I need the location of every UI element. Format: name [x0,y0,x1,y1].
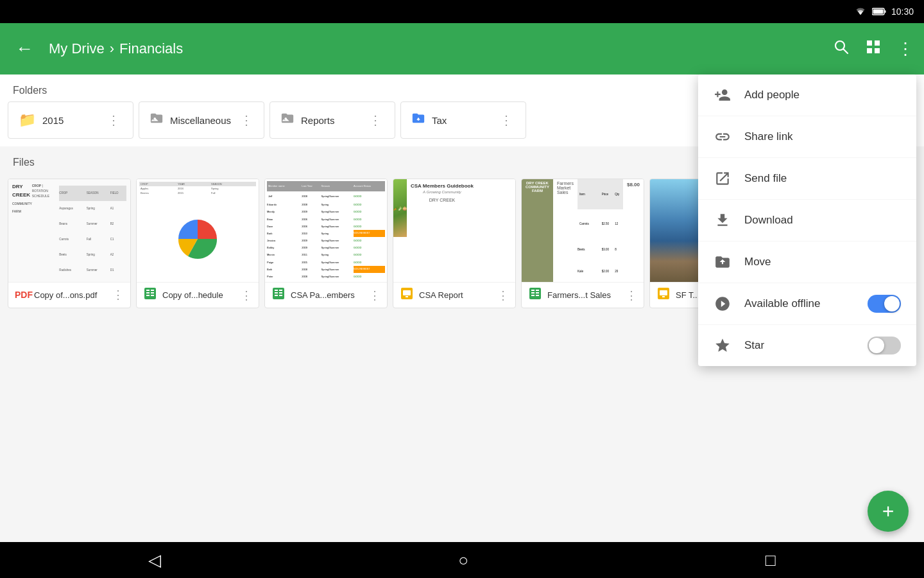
breadcrumb: My Drive › Financials [49,40,823,57]
svg-rect-20 [275,290,278,291]
menu-item-available-offline[interactable]: Available offline [698,283,916,325]
file-name-pdf: Copy of...ons.pdf [34,290,107,300]
available-offline-toggle[interactable] [868,295,901,313]
top-bar-actions: ⋮ [833,39,914,60]
context-menu: Add people Share link Send file Download… [698,74,916,366]
folder-more-2015[interactable]: ⋮ [105,110,123,130]
svg-rect-12 [144,288,156,299]
breadcrumb-separator: › [110,40,114,57]
svg-rect-33 [536,292,539,293]
file-more-schedule[interactable]: ⋮ [241,288,252,302]
svg-rect-31 [536,290,539,291]
wifi-icon [854,7,867,16]
folder-more-tax[interactable]: ⋮ [497,110,515,130]
svg-rect-34 [531,295,535,296]
slides-icon-csa-report [400,288,414,302]
back-nav-button[interactable]: ◁ [133,545,176,575]
svg-rect-15 [146,292,150,293]
svg-rect-32 [531,292,535,293]
folder-item-miscellaneous[interactable]: Miscellaneous ⋮ [139,101,264,139]
file-thumbnail-schedule: CROPYEARSEASON Apples2016Spring Berries2… [137,179,259,282]
file-card-schedule[interactable]: CROPYEARSEASON Apples2016Spring Berries2… [136,179,259,308]
breadcrumb-parent[interactable]: My Drive [49,40,105,57]
file-info-csa-pa: CSA Pa...embers ⋮ [265,282,387,308]
move-label: Move [744,256,901,268]
folder-item-2015[interactable]: 📁 2015 ⋮ [8,101,133,139]
download-icon [714,211,732,229]
menu-item-send-file[interactable]: Send file [698,158,916,200]
folder-icon-reports [280,111,295,129]
file-more-csa-pa[interactable]: ⋮ [369,288,381,302]
svg-rect-28 [406,296,408,297]
status-icons: 10:30 [854,6,914,17]
top-bar: ← My Drive › Financials ⋮ [0,23,924,74]
breadcrumb-current: Financials [119,40,183,57]
folder-more-misc[interactable]: ⋮ [237,110,255,130]
file-more-farmers[interactable]: ⋮ [626,288,637,302]
file-card-farmers[interactable]: DRY CREEK COMMUNITY FARM Farmers Market … [521,179,644,308]
fab-button[interactable]: + [868,491,909,532]
file-name-farmers: Farmers...t Sales [547,290,620,300]
svg-rect-29 [529,288,541,299]
file-thumbnail-csa-report: 🥕🥬🧅 CSA Members Guidebook A Growing Comm… [393,179,515,282]
battery-icon [872,8,886,15]
fab-icon: + [882,501,894,521]
svg-rect-35 [536,295,539,296]
file-name-csa-pa: CSA Pa...embers [291,290,364,300]
svg-rect-1 [873,10,883,14]
svg-rect-27 [403,290,411,295]
file-more-pdf[interactable]: ⋮ [112,288,124,302]
pdf-icon: PDF [15,290,29,300]
svg-rect-38 [662,296,665,297]
file-card-pdf[interactable]: DRY CREEKCOMMUNITY FARM CROP | ROTATION … [8,179,131,308]
folder-name-2015: 2015 [42,115,98,126]
slides-icon-sft [656,288,671,302]
svg-rect-25 [279,295,282,296]
folder-name-tax: Tax [432,115,491,126]
offline-icon [714,295,732,313]
add-people-label: Add people [744,89,901,101]
star-label: Star [744,339,855,352]
link-icon [714,128,732,146]
folder-name-misc: Miscellaneous [170,115,231,126]
file-more-csa-report[interactable]: ⋮ [497,288,509,302]
menu-item-move[interactable]: Move [698,241,916,283]
file-card-csa-report[interactable]: 🥕🥬🧅 CSA Members Guidebook A Growing Comm… [393,179,516,308]
file-thumbnail-pdf: DRY CREEKCOMMUNITY FARM CROP | ROTATION … [8,179,130,282]
time-display: 10:30 [891,6,914,17]
grid-view-icon[interactable] [865,39,882,60]
send-file-label: Send file [744,172,901,185]
svg-rect-16 [151,292,154,293]
move-icon [714,253,732,271]
svg-rect-7 [867,48,872,53]
svg-rect-30 [531,290,535,291]
folder-more-reports[interactable]: ⋮ [366,110,384,130]
search-icon[interactable] [833,39,850,60]
back-button[interactable]: ← [10,33,38,64]
svg-rect-2 [884,10,886,13]
svg-rect-18 [151,295,154,296]
home-nav-button[interactable]: ○ [443,545,484,575]
file-thumbnail-csa-pa: Member nameLast YearSeasonAccount Status… [265,179,387,282]
file-card-csa-pa[interactable]: Member nameLast YearSeasonAccount Status… [264,179,388,308]
folder-icon-misc [150,111,164,129]
recent-nav-button[interactable]: □ [750,545,791,575]
overflow-menu-icon[interactable]: ⋮ [897,39,914,59]
add-person-icon [714,86,732,104]
svg-line-4 [844,49,848,53]
menu-item-add-people[interactable]: Add people [698,74,916,116]
folder-item-reports[interactable]: Reports ⋮ [270,101,395,139]
menu-item-share-link[interactable]: Share link [698,116,916,158]
send-icon [714,170,732,188]
file-info-csa-report: CSA Report ⋮ [393,282,515,308]
svg-rect-8 [875,48,880,53]
sheets-icon-schedule [143,288,157,302]
star-toggle[interactable] [868,337,901,355]
file-info-pdf: PDF Copy of...ons.pdf ⋮ [8,282,130,307]
folder-item-tax[interactable]: Tax ⋮ [400,101,526,139]
svg-rect-6 [875,40,880,46]
menu-item-download[interactable]: Download [698,200,916,241]
star-icon [714,337,732,355]
menu-item-star[interactable]: Star [698,325,916,366]
file-info-farmers: Farmers...t Sales ⋮ [522,282,644,308]
